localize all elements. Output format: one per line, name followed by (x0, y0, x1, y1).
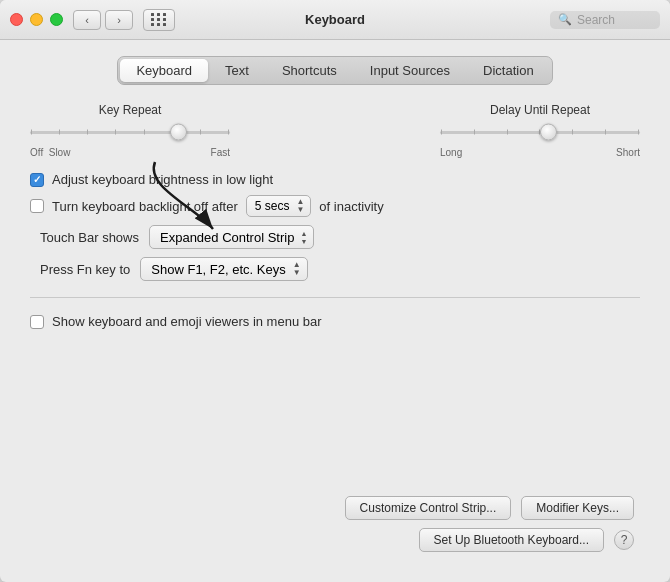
close-button[interactable] (10, 13, 23, 26)
delay-repeat-group: Delay Until Repeat Long Short (440, 103, 640, 158)
maximize-button[interactable] (50, 13, 63, 26)
bottom-row-1: Customize Control Strip... Modifier Keys… (36, 496, 634, 520)
touchbar-select-arrows[interactable]: ▲ ▼ (300, 230, 307, 245)
grid-view-button[interactable] (143, 9, 175, 31)
delay-repeat-label: Delay Until Repeat (490, 103, 590, 117)
backlight-label: Turn keyboard backlight off after (52, 199, 238, 214)
customize-control-strip-button[interactable]: Customize Control Strip... (345, 496, 512, 520)
fn-key-arrows[interactable]: ▲ ▼ (293, 261, 301, 277)
fn-key-value: Show F1, F2, etc. Keys (151, 262, 285, 277)
key-repeat-group: Key Repeat Off Slow Fast (30, 103, 230, 158)
emoji-label: Show keyboard and emoji viewers in menu … (52, 314, 322, 329)
backlight-select[interactable]: 5 secs ▲ ▼ (246, 195, 312, 217)
key-repeat-slider[interactable] (30, 123, 230, 141)
touchbar-value: Expanded Control Strip (160, 230, 294, 245)
search-icon: 🔍 (558, 13, 572, 26)
delay-repeat-sublabels: Long Short (440, 147, 640, 158)
fn-key-row: Press Fn key to Show F1, F2, etc. Keys ▲… (30, 257, 640, 281)
minimize-button[interactable] (30, 13, 43, 26)
touchbar-down-arrow[interactable]: ▼ (300, 238, 307, 245)
touchbar-select[interactable]: Expanded Control Strip ▲ ▼ (149, 225, 314, 249)
key-repeat-fast-label: Fast (211, 147, 230, 158)
tab-shortcuts[interactable]: Shortcuts (266, 59, 353, 82)
keyboard-preferences-window: ‹ › Keyboard 🔍 Search Keyboard Text Shor… (0, 0, 670, 582)
backlight-down-arrow[interactable]: ▼ (296, 206, 304, 214)
tab-input-sources[interactable]: Input Sources (354, 59, 466, 82)
help-button[interactable]: ? (614, 530, 634, 550)
search-placeholder: Search (577, 13, 615, 27)
divider (30, 297, 640, 298)
settings-section: Adjust keyboard brightness in low light … (20, 172, 650, 281)
key-repeat-track (30, 131, 230, 134)
spacer (20, 343, 650, 472)
emoji-checkbox[interactable] (30, 315, 44, 329)
backlight-value: 5 secs (255, 199, 290, 213)
bottom-row-2: Set Up Bluetooth Keyboard... ? (36, 528, 634, 552)
key-repeat-thumb[interactable] (170, 124, 187, 141)
key-repeat-sublabels: Off Slow Fast (30, 147, 230, 158)
titlebar: ‹ › Keyboard 🔍 Search (0, 0, 670, 40)
fn-key-label: Press Fn key to (40, 262, 130, 277)
adjust-brightness-row: Adjust keyboard brightness in low light (30, 172, 640, 187)
touchbar-row: Touch Bar shows Expanded Control Strip ▲… (30, 225, 640, 249)
tab-dictation[interactable]: Dictation (467, 59, 550, 82)
backlight-row: Turn keyboard backlight off after 5 secs… (30, 195, 640, 217)
tab-bar: Keyboard Text Shortcuts Input Sources Di… (20, 56, 650, 85)
key-repeat-ticks (30, 130, 230, 135)
adjust-brightness-checkbox[interactable] (30, 173, 44, 187)
delay-repeat-thumb[interactable] (540, 124, 557, 141)
touchbar-up-arrow[interactable]: ▲ (300, 230, 307, 237)
backlight-checkbox[interactable] (30, 199, 44, 213)
fn-key-down-arrow[interactable]: ▼ (293, 269, 301, 277)
tab-text[interactable]: Text (209, 59, 265, 82)
emoji-row: Show keyboard and emoji viewers in menu … (20, 314, 650, 329)
bluetooth-keyboard-button[interactable]: Set Up Bluetooth Keyboard... (419, 528, 604, 552)
delay-long-label: Long (440, 147, 462, 158)
key-repeat-off-label: Off Slow (30, 147, 70, 158)
window-title: Keyboard (305, 12, 365, 27)
bottom-buttons: Customize Control Strip... Modifier Keys… (20, 486, 650, 566)
touchbar-label: Touch Bar shows (40, 230, 139, 245)
delay-short-label: Short (616, 147, 640, 158)
forward-button[interactable]: › (105, 10, 133, 30)
back-button[interactable]: ‹ (73, 10, 101, 30)
delay-repeat-slider[interactable] (440, 123, 640, 141)
tab-group: Keyboard Text Shortcuts Input Sources Di… (117, 56, 552, 85)
nav-buttons: ‹ › (73, 10, 133, 30)
content-area: Keyboard Text Shortcuts Input Sources Di… (0, 40, 670, 582)
search-box[interactable]: 🔍 Search (550, 11, 660, 29)
key-repeat-label: Key Repeat (99, 103, 162, 117)
tab-keyboard[interactable]: Keyboard (120, 59, 208, 82)
backlight-stepper[interactable]: ▲ ▼ (296, 198, 304, 214)
backlight-suffix: of inactivity (319, 199, 383, 214)
adjust-brightness-label: Adjust keyboard brightness in low light (52, 172, 273, 187)
grid-icon (151, 13, 167, 26)
fn-key-select[interactable]: Show F1, F2, etc. Keys ▲ ▼ (140, 257, 307, 281)
modifier-keys-button[interactable]: Modifier Keys... (521, 496, 634, 520)
traffic-lights (10, 13, 63, 26)
sliders-row: Key Repeat Off Slow Fast (20, 103, 650, 158)
